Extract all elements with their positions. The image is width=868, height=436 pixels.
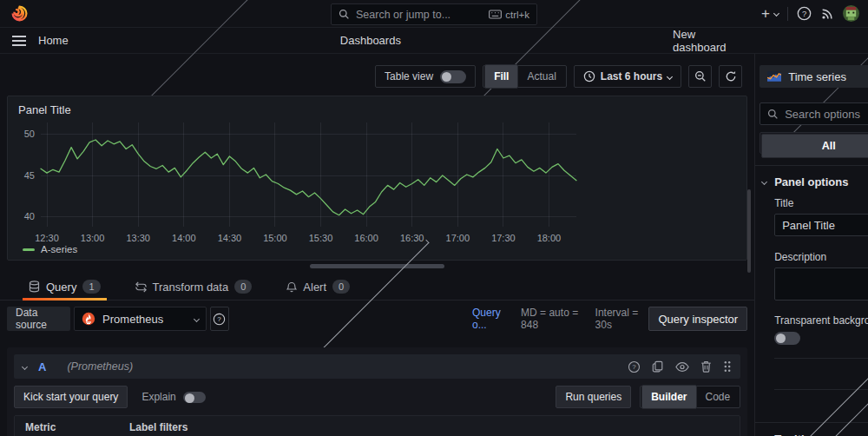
tab-transform-data[interactable]: Transform data 0 (133, 274, 255, 300)
svg-text:50: 50 (24, 129, 35, 139)
table-view-group: Table view (375, 65, 476, 88)
query-options-link[interactable]: Query o... (472, 307, 509, 331)
fill-option[interactable]: Fill (484, 64, 518, 89)
grafana-logo-icon[interactable] (10, 4, 29, 23)
table-view-toggle[interactable] (440, 70, 466, 83)
breadcrumb-home[interactable]: Home (38, 34, 69, 47)
panel-options-pane: Time series Search options All Overrides… (755, 54, 868, 436)
description-textarea[interactable] (774, 268, 868, 301)
max-data-points: MD = auto = 848 (521, 307, 582, 331)
svg-text:15:30: 15:30 (309, 233, 333, 243)
chevron-down-icon (761, 178, 767, 184)
all-overrides-tabs: All Overrides (760, 132, 868, 154)
series-legend-label[interactable]: A-series (41, 244, 77, 254)
svg-text:13:00: 13:00 (81, 233, 105, 243)
title-input[interactable] (774, 214, 868, 236)
tab-transform-label: Transform data (153, 281, 229, 294)
svg-text:16:30: 16:30 (400, 233, 424, 243)
series-color-dash (23, 248, 35, 251)
divider (774, 358, 868, 359)
kick-start-query-button[interactable]: Kick start your query (14, 386, 128, 408)
divider (755, 422, 868, 423)
drag-handle-icon[interactable] (723, 360, 732, 373)
user-avatar[interactable] (843, 5, 859, 22)
time-series-chart[interactable]: 12:3013:0013:3014:0014:3015:0015:3016:00… (13, 117, 581, 248)
time-series-viz-icon (767, 71, 781, 82)
query-ref-id: A (38, 360, 46, 373)
keyboard-icon (489, 10, 502, 19)
datasource-picker[interactable]: Prometheus (74, 307, 207, 331)
svg-text:14:00: 14:00 (172, 233, 196, 243)
svg-text:45: 45 (24, 170, 35, 181)
search-icon (767, 109, 779, 120)
delete-query-trash-icon[interactable] (700, 360, 712, 373)
divider (787, 7, 788, 21)
metric-label: Metric (25, 421, 129, 433)
zoom-out-icon (694, 70, 707, 83)
query-inspector-button[interactable]: Query inspector (648, 307, 747, 331)
visualization-picker[interactable]: Time series (760, 65, 868, 88)
tab-alert-label: Alert (303, 281, 326, 294)
svg-text:14:30: 14:30 (218, 233, 242, 243)
chevron-down-icon (667, 73, 673, 79)
help-icon[interactable]: ? (797, 6, 812, 21)
disable-query-eye-icon[interactable] (675, 361, 689, 373)
refresh-icon (725, 70, 737, 83)
help-circle-icon: ? (213, 313, 226, 326)
panel-preview[interactable]: Panel Title 12:3013:0013:3014:0014:3015:… (7, 96, 747, 261)
svg-text:?: ? (802, 9, 806, 18)
news-rss-icon[interactable] (820, 7, 834, 21)
duplicate-query-icon[interactable] (652, 360, 664, 373)
hamburger-icon (12, 36, 26, 37)
tab-transform-count: 0 (234, 280, 252, 294)
left-pane-scrollbar[interactable] (747, 189, 751, 273)
time-range-picker[interactable]: Last 6 hours (574, 65, 681, 88)
zoom-out-button[interactable] (688, 65, 712, 88)
global-search-input[interactable]: Search or jump to... ctrl+k (331, 3, 537, 25)
breadcrumb-dashboards[interactable]: Dashboards (340, 34, 401, 47)
transparent-background-toggle[interactable] (774, 332, 800, 345)
refresh-button[interactable] (719, 65, 742, 88)
title-field-label: Title (774, 197, 868, 209)
pane-resize-handle[interactable] (310, 264, 444, 268)
database-icon (29, 281, 40, 293)
svg-text:?: ? (632, 363, 636, 371)
transform-icon (135, 281, 147, 293)
top-bar: Search or jump to... ctrl+k + ? (0, 0, 868, 28)
options-search-input[interactable]: Search options (760, 102, 868, 125)
svg-text:16:00: 16:00 (354, 233, 378, 243)
collapse-query-icon[interactable] (22, 363, 28, 369)
tab-alert[interactable]: Alert 0 (284, 274, 352, 300)
svg-text:40: 40 (24, 211, 35, 221)
breadcrumb-new-dashboard[interactable]: New dashboard (673, 28, 747, 54)
tab-query[interactable]: Query 1 (26, 274, 103, 300)
query-row-header[interactable]: A (Prometheus) ? (14, 354, 740, 379)
builder-code-switch: Builder Code (640, 386, 740, 408)
mega-menu-toggle[interactable] (12, 36, 26, 46)
bell-icon (286, 281, 297, 293)
explain-toggle[interactable] (183, 392, 206, 403)
breadcrumb-bar: Home Dashboards New dashboard Edit panel… (0, 28, 868, 54)
chevron-down-icon (773, 10, 779, 17)
add-new-button[interactable]: + (761, 6, 779, 21)
datasource-help-button[interactable]: ? (210, 307, 230, 331)
panel-options-section-header[interactable]: Panel options (760, 174, 868, 189)
run-queries-button[interactable]: Run queries (556, 386, 631, 408)
visualization-picker-row: Time series (760, 65, 868, 88)
builder-option[interactable]: Builder (641, 385, 696, 409)
tab-query-label: Query (46, 281, 76, 294)
prometheus-icon (82, 312, 95, 326)
repeat-options-section[interactable]: Repeat options (774, 394, 868, 416)
tab-all[interactable]: All (761, 134, 868, 158)
query-help-icon[interactable]: ? (628, 360, 641, 373)
description-field-label: Description (774, 251, 868, 263)
code-option[interactable]: Code (697, 386, 740, 407)
datasource-value: Prometheus (102, 313, 163, 326)
svg-text:12:30: 12:30 (35, 233, 59, 243)
table-view-label: Table view (385, 70, 433, 83)
panel-links-section[interactable]: Panel links (774, 363, 868, 385)
svg-text:15:00: 15:00 (263, 233, 287, 243)
actual-option[interactable]: Actual (518, 66, 564, 87)
label-filters-label: Label filters (129, 421, 187, 433)
plus-icon: + (761, 6, 770, 21)
